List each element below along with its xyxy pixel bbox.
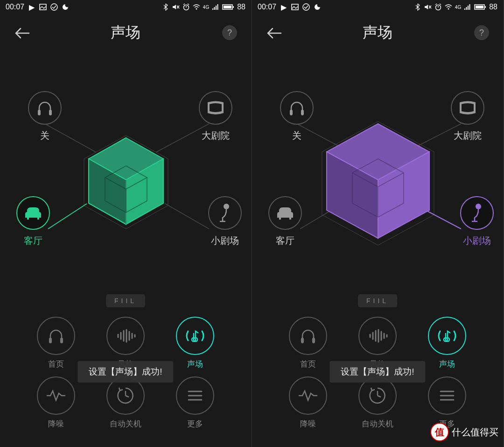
- svg-rect-57: [464, 8, 465, 10]
- page-title: 声场: [111, 22, 140, 43]
- soundfield-selector: 关 大剧院 客厅 小剧场: [252, 61, 503, 285]
- option-off-label: 关: [28, 129, 62, 142]
- svg-point-31: [224, 204, 229, 209]
- svg-rect-10: [214, 7, 215, 10]
- alarm-icon: [182, 3, 190, 11]
- option-off[interactable]: 关: [28, 91, 62, 142]
- check-icon: [302, 3, 310, 11]
- header: 声场 ?: [0, 19, 251, 47]
- signal-icon: [464, 3, 471, 11]
- svg-rect-77: [301, 110, 304, 115]
- svg-point-1: [51, 4, 57, 10]
- option-small-label: 小剧场: [460, 234, 494, 247]
- back-button[interactable]: [14, 27, 30, 39]
- soundfield-icon: [183, 326, 207, 345]
- headphones-icon: [287, 99, 306, 117]
- option-small[interactable]: 小剧场: [208, 196, 242, 247]
- svg-rect-58: [466, 7, 467, 10]
- help-button[interactable]: ?: [222, 25, 237, 40]
- option-living-label: 客厅: [16, 234, 50, 247]
- alarm-icon: [434, 3, 442, 11]
- svg-rect-59: [468, 6, 469, 10]
- mic-icon: [218, 203, 232, 223]
- svg-rect-80: [301, 338, 304, 343]
- image-icon: [39, 3, 47, 11]
- nav-nc[interactable]: 降噪: [273, 376, 343, 429]
- svg-line-55: [440, 4, 441, 5]
- nav-soundfield-label: 声场: [187, 359, 203, 369]
- option-living[interactable]: 客厅: [16, 196, 50, 247]
- option-off-label: 关: [280, 129, 314, 142]
- svg-rect-29: [38, 110, 41, 115]
- theater-icon: [206, 100, 225, 116]
- headphones-icon: [298, 326, 318, 346]
- svg-rect-11: [216, 6, 217, 10]
- status-time: 00:07: [6, 3, 24, 11]
- option-living-label: 客厅: [268, 234, 302, 247]
- nav-soundfield-label: 声场: [439, 359, 455, 369]
- battery-percent: 88: [489, 3, 497, 11]
- moon-icon: [314, 3, 321, 11]
- soundfield-icon: [435, 326, 459, 345]
- signal-icon: [212, 3, 219, 11]
- mic-icon: [470, 203, 484, 223]
- help-button[interactable]: ?: [474, 25, 489, 40]
- bluetooth-icon: [162, 3, 169, 11]
- network-label: 4G: [203, 5, 209, 10]
- svg-rect-34: [60, 338, 63, 343]
- nav-home-label: 首页: [300, 359, 316, 369]
- nav-more[interactable]: 更多: [413, 376, 482, 429]
- image-icon: [291, 3, 299, 11]
- option-off[interactable]: 关: [280, 91, 314, 142]
- svg-rect-15: [233, 6, 234, 8]
- mute-icon: [424, 3, 432, 11]
- mute-icon: [172, 3, 180, 11]
- check-icon: [50, 3, 58, 11]
- svg-line-44: [126, 396, 129, 397]
- nav-timer[interactable]: 自动关机: [343, 376, 412, 429]
- svg-rect-9: [212, 8, 213, 10]
- toast-message: 设置【声场】成功!: [329, 361, 425, 383]
- svg-line-6: [183, 4, 185, 5]
- play-icon: ▶: [28, 3, 35, 11]
- wifi-icon: [193, 3, 200, 11]
- option-theater-label: 大剧院: [451, 129, 484, 142]
- status-time: 00:07: [258, 3, 276, 11]
- svg-rect-81: [312, 338, 315, 343]
- option-small[interactable]: 小剧场: [460, 196, 494, 247]
- sofa-icon: [275, 206, 295, 220]
- timer-icon: [368, 386, 387, 405]
- play-icon: ▶: [280, 3, 287, 11]
- headphones-icon: [46, 326, 66, 346]
- watermark-badge: 值: [430, 423, 449, 441]
- page-title: 声场: [363, 22, 392, 43]
- option-living[interactable]: 客厅: [268, 196, 302, 247]
- option-theater[interactable]: 大剧院: [451, 91, 484, 142]
- network-label: 4G: [455, 5, 461, 10]
- nav-timer-label: 自动关机: [110, 419, 141, 429]
- nav-nc[interactable]: 降噪: [21, 376, 91, 429]
- soundfield-selector: 关 大剧院 客厅 小剧场: [0, 61, 251, 285]
- battery-percent: 88: [237, 3, 245, 11]
- brand-logo: FIIL: [0, 294, 251, 307]
- svg-line-91: [378, 396, 381, 397]
- pulse-icon: [46, 389, 66, 403]
- toast-message: 设置【声场】成功!: [77, 361, 173, 383]
- svg-point-78: [476, 204, 481, 209]
- cube-visual: [75, 131, 177, 234]
- option-theater[interactable]: 大剧院: [199, 91, 232, 142]
- nav-more[interactable]: 更多: [161, 376, 230, 429]
- battery-icon: [474, 3, 486, 11]
- cube-visual: [313, 117, 443, 248]
- option-theater-label: 大剧院: [199, 129, 232, 142]
- svg-rect-30: [49, 110, 52, 115]
- status-bar: 00:07 ▶ 4G 88: [252, 0, 503, 14]
- back-button[interactable]: [266, 27, 282, 39]
- svg-rect-76: [290, 110, 293, 115]
- nav-timer[interactable]: 自动关机: [91, 376, 160, 429]
- nav-home-label: 首页: [48, 359, 64, 369]
- svg-rect-12: [217, 4, 218, 10]
- pulse-icon: [298, 389, 318, 403]
- nav-nc-label: 降噪: [300, 419, 316, 429]
- nav-timer-label: 自动关机: [362, 419, 393, 429]
